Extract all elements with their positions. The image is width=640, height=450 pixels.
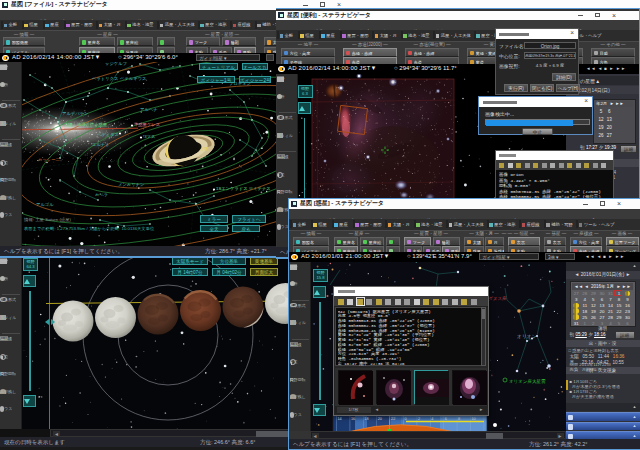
svg-text:アルヘナ: アルヘナ xyxy=(140,107,158,112)
svg-text:アルゴル: アルゴル xyxy=(36,202,54,207)
svg-text:0: 0 xyxy=(404,416,406,420)
svg-text:ベテルギウス: ベテルギウス xyxy=(120,76,146,81)
svg-text:アルデバラン: アルデバラン xyxy=(62,111,88,116)
svg-text:ベラトリクス: ベラトリクス xyxy=(92,76,118,81)
svg-text:準惑星ケレス: 準惑星ケレス xyxy=(134,122,160,127)
svg-text:14: 14 xyxy=(337,416,341,420)
svg-text:10: 10 xyxy=(471,416,475,420)
svg-text:20: 20 xyxy=(377,416,381,420)
svg-text:土星: 土星 xyxy=(200,146,209,151)
svg-text:メンカリナン: メンカリナン xyxy=(118,182,144,187)
svg-text:カッシー二: カッシー二 xyxy=(38,157,60,162)
svg-text:1Sエンケラドス ※ミテナス: 1Sエンケラドス ※ミテナス xyxy=(216,186,271,191)
svg-text:!3マス: !3マス xyxy=(143,134,155,139)
svg-text:22: 22 xyxy=(391,416,395,420)
svg-text:6: 6 xyxy=(444,416,446,420)
svg-text:ペテイダス: ペテイダス xyxy=(97,132,119,137)
svg-text:オリオン座大星雲: オリオン座大星雲 xyxy=(509,378,546,383)
svg-text:オリオン: オリオン xyxy=(517,334,537,339)
svg-text:エルナト: エルナト xyxy=(92,142,110,147)
svg-text:4: 4 xyxy=(431,416,433,420)
svg-text:2: 2 xyxy=(417,416,419,420)
svg-text:カペラ: カペラ xyxy=(95,192,108,197)
svg-text:16: 16 xyxy=(350,416,354,420)
svg-text:18: 18 xyxy=(364,416,368,420)
svg-text:8: 8 xyxy=(458,416,460,420)
svg-text:ッジケルフ: ッジケルフ xyxy=(105,62,127,66)
